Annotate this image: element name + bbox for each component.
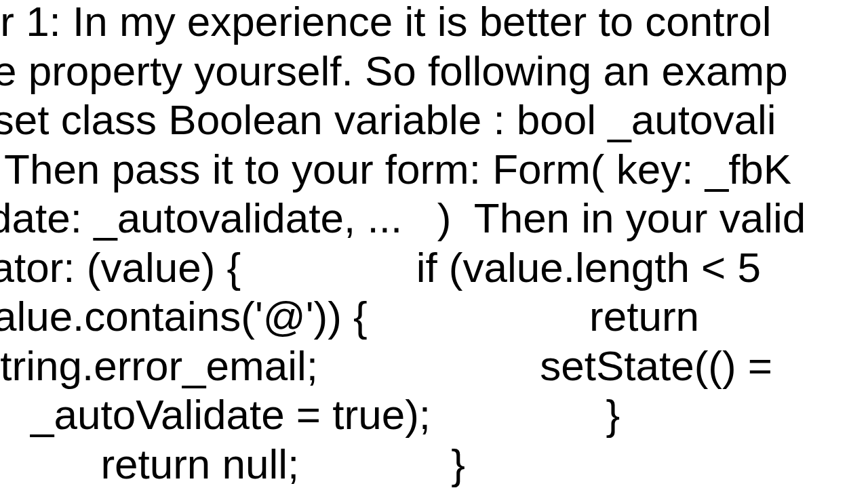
- line-1: idate property yourself. So following an…: [0, 47, 788, 94]
- line-5: alidator: (value) { if (value.length < 5: [0, 244, 761, 291]
- line-6: !value.contains('@')) { return: [0, 293, 711, 340]
- text-block: swer 1: In my experience it is better to…: [0, 0, 793, 488]
- line-8: _autoValidate = true); }: [0, 391, 713, 438]
- line-7: ppString.error_email; setState(() =: [0, 342, 772, 389]
- line-4: validate: _autovalidate, ... ) Then in y…: [0, 195, 806, 241]
- line-3: se; Then pass it to your form: Form( key…: [0, 146, 791, 192]
- line-2: irst set class Boolean variable : bool _…: [0, 96, 776, 143]
- line-0: swer 1: In my experience it is better to…: [0, 0, 783, 45]
- line-9: return null; }: [0, 441, 465, 487]
